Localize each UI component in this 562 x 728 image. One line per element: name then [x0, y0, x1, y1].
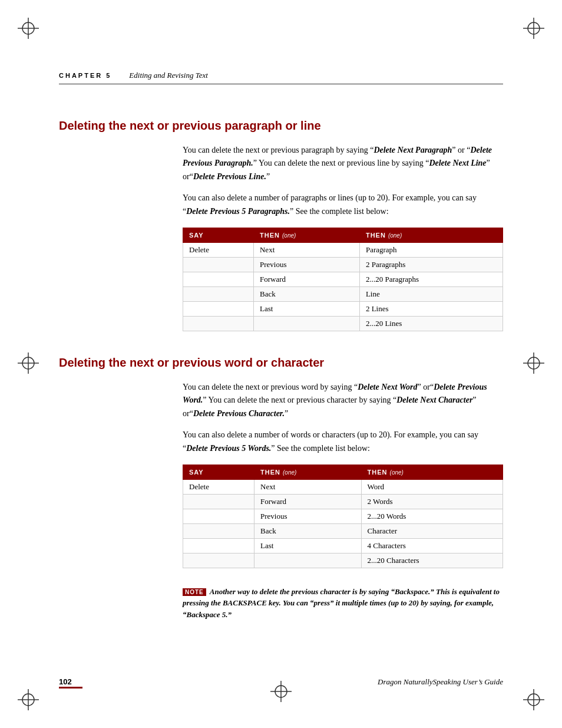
say-cell: [183, 494, 254, 509]
col-then2-header: THEN (one): [361, 465, 503, 479]
chapter-subtitle: Editing and Revising Text: [129, 71, 207, 80]
section1-heading: Deleting the next or previous paragraph …: [59, 118, 503, 133]
section1-para1: You can delete the next or previous para…: [183, 144, 503, 183]
table-header-row: SAY THEN (one) THEN (one): [183, 228, 503, 242]
then1-cell: Last: [254, 538, 362, 553]
section1-para2: You can also delete a number of paragrap…: [183, 192, 503, 218]
then2-cell: 4 Characters: [361, 538, 503, 553]
then1-cell: [254, 553, 362, 568]
page: CHAPTER 5 Editing and Revising Text Dele…: [0, 0, 562, 728]
right-mid-mark: [523, 353, 544, 376]
table-row: Forward2...20 Paragraphs: [183, 272, 503, 286]
corner-mark-bl: [18, 689, 39, 710]
table-row: DeleteNextParagraph: [183, 242, 503, 257]
corner-mark-br: [523, 689, 544, 710]
then2-cell: 2 Paragraphs: [359, 257, 503, 272]
then1-cell: Next: [254, 479, 362, 494]
table-header-row: SAY THEN (one) THEN (one): [183, 465, 503, 479]
table-row: Forward2 Words: [183, 494, 503, 509]
then1-cell: Forward: [254, 494, 362, 509]
col-say-header: SAY: [183, 228, 254, 242]
then2-cell: 2...20 Paragraphs: [359, 272, 503, 286]
section1-table: SAY THEN (one) THEN (one) DeleteNextPara…: [183, 228, 503, 331]
then1-cell: Last: [253, 301, 359, 316]
page-header: CHAPTER 5 Editing and Revising Text: [59, 71, 503, 84]
main-content: Deleting the next or previous paragraph …: [59, 94, 503, 626]
then2-cell: 2 Lines: [359, 301, 503, 316]
table-row: Previous2...20 Words: [183, 509, 503, 523]
then2-cell: Line: [359, 286, 503, 301]
say-cell: Delete: [183, 479, 254, 494]
then1-cell: Forward: [253, 272, 359, 286]
section2-heading: Deleting the next or previous word or ch…: [59, 355, 503, 370]
say-cell: [183, 523, 254, 538]
table-row: DeleteNextWord: [183, 479, 503, 494]
then1-cell: Next: [253, 242, 359, 257]
then2-cell: 2...20 Lines: [359, 316, 503, 331]
col-say-header: SAY: [183, 465, 254, 479]
say-cell: [183, 538, 254, 553]
footer-title: Dragon NaturallySpeaking User’s Guide: [378, 677, 503, 687]
say-cell: [183, 272, 254, 286]
table-row: BackLine: [183, 286, 503, 301]
then2-cell: 2...20 Words: [361, 509, 503, 523]
section2-para2: You can also delete a number of words or…: [183, 429, 503, 455]
col-then2-header: THEN (one): [359, 228, 503, 242]
table-row: Previous2 Paragraphs: [183, 257, 503, 272]
say-cell: [183, 286, 254, 301]
then2-cell: Word: [361, 479, 503, 494]
page-number: 102: [59, 677, 72, 686]
left-mid-mark: [18, 353, 39, 376]
then2-cell: Character: [361, 523, 503, 538]
then2-cell: 2 Words: [361, 494, 503, 509]
section2-table: SAY THEN (one) THEN (one) DeleteNextWord…: [183, 465, 503, 568]
say-cell: [183, 257, 254, 272]
table-row: Last2 Lines: [183, 301, 503, 316]
then1-cell: Previous: [254, 509, 362, 523]
note-box: NOTEAnother way to delete the previous c…: [183, 586, 503, 621]
then1-cell: Back: [254, 523, 362, 538]
page-footer: 102 Dragon NaturallySpeaking User’s Guid…: [59, 677, 503, 687]
note-text: Another way to delete the previous chara…: [183, 587, 500, 619]
say-cell: [183, 316, 254, 331]
note-label: NOTE: [183, 588, 206, 596]
table-row: BackCharacter: [183, 523, 503, 538]
then2-cell: 2...20 Characters: [361, 553, 503, 568]
corner-mark-tl: [18, 18, 39, 39]
table-row: Last4 Characters: [183, 538, 503, 553]
table-row: 2...20 Characters: [183, 553, 503, 568]
then2-cell: Paragraph: [359, 242, 503, 257]
say-cell: [183, 301, 254, 316]
chapter-label: CHAPTER 5: [59, 72, 111, 79]
then1-cell: Back: [253, 286, 359, 301]
say-cell: Delete: [183, 242, 254, 257]
col-then1-header: THEN (one): [253, 228, 359, 242]
then1-cell: [253, 316, 359, 331]
say-cell: [183, 553, 254, 568]
corner-mark-tr: [523, 18, 544, 39]
say-cell: [183, 509, 254, 523]
then1-cell: Previous: [253, 257, 359, 272]
col-then1-header: THEN (one): [254, 465, 362, 479]
table-row: 2...20 Lines: [183, 316, 503, 331]
section2-para1: You can delete the next or previous word…: [183, 381, 503, 420]
